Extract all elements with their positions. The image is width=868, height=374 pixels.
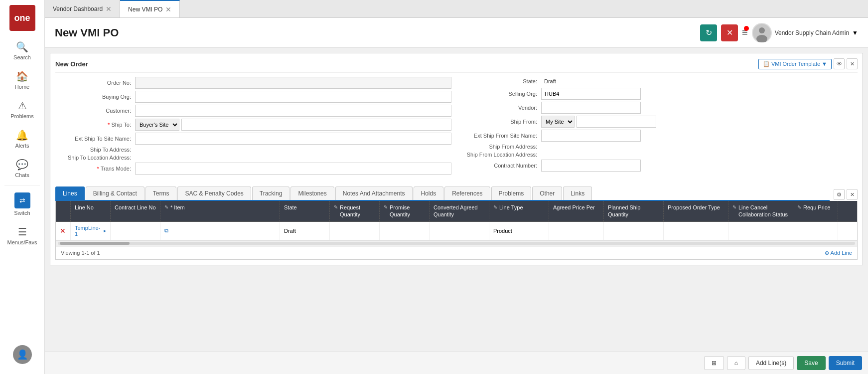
sidebar-item-user-avatar[interactable]: 👤 — [10, 340, 34, 369]
sidebar-item-home[interactable]: 🏠 Home — [0, 65, 44, 95]
home-button[interactable]: ⌂ — [727, 356, 745, 370]
th-line-cancel[interactable]: ✎ Line Cancel Collaboration Status — [728, 201, 793, 221]
ship-to-select[interactable]: Buyer's Site — [135, 119, 179, 131]
th-planned-ship[interactable]: Planned Ship Quantity — [604, 201, 664, 221]
td-delete[interactable]: ✕ — [56, 222, 71, 240]
sidebar-item-switch[interactable]: ⇄ Switch — [0, 187, 44, 221]
switch-icon: ⇄ — [14, 192, 30, 208]
td-planned-ship — [604, 222, 664, 240]
th-item[interactable]: ✎ * Item — [160, 201, 280, 221]
tab-new-vmi-po[interactable]: New VMI PO ✕ — [120, 0, 180, 17]
th-agr-price[interactable]: Agreed Price Per — [549, 201, 604, 221]
scrollbar-thumb[interactable] — [60, 242, 130, 245]
tab-other[interactable]: Other — [532, 187, 562, 200]
contract-number-input[interactable] — [541, 160, 641, 172]
temp-indicator: ▸ — [104, 228, 106, 233]
form-panel-view-btn[interactable]: 👁 — [834, 58, 845, 69]
customer-input[interactable] — [135, 105, 451, 117]
sidebar-item-problems[interactable]: ⚠ Problems — [0, 95, 44, 124]
td-line-no[interactable]: TempLine-1 ▸ — [71, 222, 111, 240]
tab-notes[interactable]: Notes And Attachments — [335, 187, 413, 200]
selling-org-row: Selling Org: — [461, 88, 858, 100]
tab-close-vendor-dashboard[interactable]: ✕ — [106, 5, 112, 12]
vendor-row: Vendor: — [461, 102, 858, 114]
form-panel-actions: 📋 VMI Order Template ▼ 👁 ✕ — [758, 58, 858, 69]
tab-close-new-vmi-po[interactable]: ✕ — [165, 6, 171, 13]
td-req-qty — [330, 222, 380, 240]
home-icon: 🏠 — [16, 70, 28, 82]
add-line-button[interactable]: ⊕ Add Line — [825, 250, 852, 256]
buying-org-input[interactable] — [135, 91, 451, 103]
th-prom-qty[interactable]: ✎ Promise Quantity — [380, 201, 430, 221]
grid-view-button[interactable]: ⊞ — [704, 356, 724, 370]
tab-problems[interactable]: Problems — [491, 187, 532, 200]
table-close-btn[interactable]: ✕ — [847, 189, 858, 200]
submit-button[interactable]: Submit — [829, 356, 862, 370]
item-link-icon[interactable]: ⧉ — [164, 227, 168, 234]
form-panel: New Order 📋 VMI Order Template ▼ 👁 ✕ Ord… — [50, 53, 863, 265]
tab-holds[interactable]: Holds — [414, 187, 444, 200]
th-req-price[interactable]: ✎ Requ Price — [793, 201, 838, 221]
vendor-input[interactable] — [541, 102, 641, 114]
order-no-input[interactable] — [135, 77, 451, 89]
table-footer: Viewing 1-1 of 1 ⊕ Add Line — [56, 246, 857, 259]
tab-vendor-dashboard[interactable]: Vendor Dashboard ✕ — [45, 0, 120, 17]
main-area: Vendor Dashboard ✕ New VMI PO ✕ New VMI … — [45, 0, 868, 374]
form-panel-title: New Order — [55, 60, 88, 68]
sidebar-item-search[interactable]: 🔍 Search — [0, 36, 44, 65]
tab-billing[interactable]: Billing & Contact — [86, 187, 145, 200]
th-line-type[interactable]: ✎ Line Type — [489, 201, 549, 221]
close-button[interactable]: ✕ — [721, 24, 738, 41]
ext-ship-from-input[interactable] — [541, 130, 641, 142]
th-req-qty[interactable]: ✎ Request Quantity — [330, 201, 380, 221]
trans-mode-input[interactable] — [135, 163, 451, 175]
save-button[interactable]: Save — [797, 356, 825, 370]
section-tabs-container: Lines Billing & Contact Terms SAC & Pena… — [55, 182, 858, 201]
sidebar-item-menus[interactable]: ☰ Menus/Favs — [0, 221, 44, 250]
th-conv-agr-qty[interactable]: Converted Agreed Quantity — [430, 201, 489, 221]
tab-tracking[interactable]: Tracking — [252, 187, 290, 200]
ship-from-input[interactable] — [577, 116, 656, 128]
form-panel-close-btn[interactable]: ✕ — [847, 58, 858, 69]
th-line-no[interactable]: Line No — [71, 201, 111, 221]
sidebar-item-label: Alerts — [15, 143, 29, 149]
ship-to-address-label: Ship To Address: — [55, 147, 135, 153]
td-line-cancel — [728, 222, 793, 240]
template-icon: 📋 — [763, 61, 770, 67]
refresh-button[interactable]: ↻ — [700, 24, 717, 41]
th-prop-order[interactable]: Proposed Order Type — [664, 201, 728, 221]
menu-button[interactable]: ≡ — [742, 27, 748, 38]
menus-icon: ☰ — [18, 226, 27, 238]
template-button[interactable]: 📋 VMI Order Template ▼ — [758, 59, 832, 69]
sidebar-item-label: Menus/Favs — [7, 239, 37, 245]
td-item[interactable]: ⧉ — [160, 222, 280, 240]
td-contract-line — [111, 222, 160, 240]
th-state[interactable]: State — [280, 201, 330, 221]
customer-label: Customer: — [55, 108, 135, 114]
ext-ship-to-row: Ext Ship To Site Name: — [55, 133, 451, 145]
user-info[interactable]: Vendor Supply Chain Admin ▼ — [752, 23, 858, 43]
sidebar-item-chats[interactable]: 💬 Chats — [0, 154, 44, 183]
sidebar-item-label: Chats — [15, 172, 29, 178]
table-settings-btn[interactable]: ⚙ — [834, 189, 845, 200]
tab-terms[interactable]: Terms — [145, 187, 177, 200]
tab-milestones[interactable]: Milestones — [290, 187, 334, 200]
tab-links[interactable]: Links — [563, 187, 592, 200]
tab-references[interactable]: References — [444, 187, 490, 200]
app-logo[interactable]: one — [9, 5, 35, 31]
sidebar-item-alerts[interactable]: 🔔 Alerts — [0, 124, 44, 154]
ext-ship-to-input[interactable] — [135, 133, 451, 145]
horizontal-scrollbar[interactable] — [56, 240, 857, 246]
ship-from-select[interactable]: My Site — [541, 116, 575, 128]
add-lines-button[interactable]: Add Line(s) — [748, 356, 794, 370]
tab-lines[interactable]: Lines — [55, 187, 85, 200]
line-no-link[interactable]: TempLine-1 — [75, 225, 102, 237]
edit-icon: ✎ — [164, 204, 168, 210]
ship-to-input[interactable] — [181, 119, 451, 131]
selling-org-input[interactable] — [541, 88, 641, 100]
row-delete-icon[interactable]: ✕ — [60, 227, 66, 235]
tab-sac[interactable]: SAC & Penalty Codes — [177, 187, 251, 200]
ship-from-label: Ship From: — [461, 119, 541, 125]
buying-org-row: Buying Org: — [55, 91, 451, 103]
th-contract-line[interactable]: Contract Line No — [111, 201, 160, 221]
